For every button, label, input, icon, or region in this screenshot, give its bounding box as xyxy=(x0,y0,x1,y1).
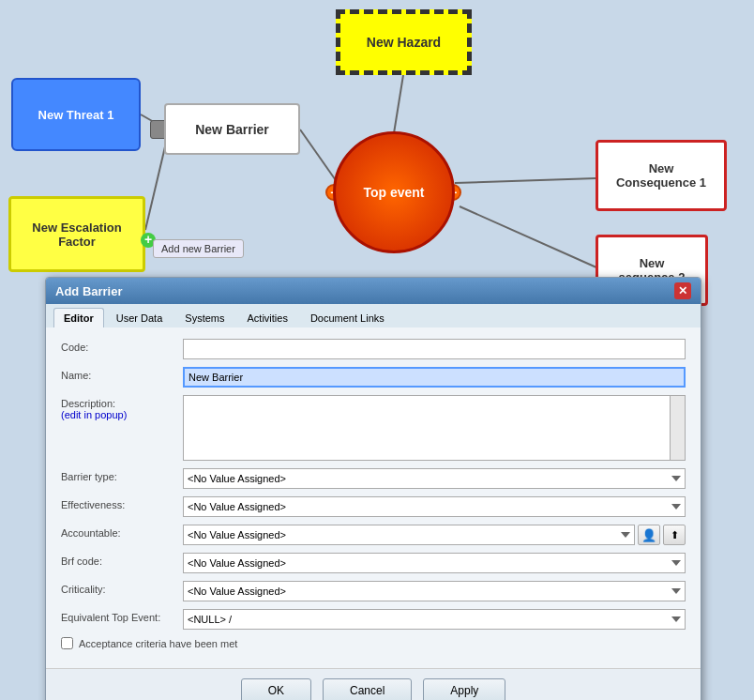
accountable-row: Accountable: <No Value Assigned> 👤 ⬆ xyxy=(61,525,686,545)
criticality-select[interactable]: <No Value Assigned> xyxy=(183,581,686,601)
equivalent-top-event-label: Equivalent Top Event: xyxy=(61,609,183,623)
dialog-titlebar: Add Barrier ✕ xyxy=(46,278,701,304)
accountable-up-icon[interactable]: ⬆ xyxy=(663,525,686,545)
criticality-label: Criticality: xyxy=(61,581,183,595)
brf-code-control: <No Value Assigned> xyxy=(183,553,686,573)
equivalent-top-event-control: <NULL> / xyxy=(183,609,686,630)
name-control xyxy=(183,367,686,388)
criticality-row: Criticality: <No Value Assigned> xyxy=(61,581,686,601)
acceptance-checkbox[interactable] xyxy=(61,637,73,649)
description-label: Description: xyxy=(61,395,183,409)
threat-node[interactable]: New Threat 1 xyxy=(11,78,141,151)
description-textarea[interactable] xyxy=(184,396,670,460)
editor-tab-content: Code: Name: Description: (edit in popup) xyxy=(46,327,701,668)
equivalent-top-event-select[interactable]: <NULL> / xyxy=(183,609,686,630)
equivalent-top-event-row: Equivalent Top Event: <NULL> / xyxy=(61,609,686,630)
apply-button[interactable]: Apply xyxy=(423,678,505,700)
barrier-node[interactable]: New Barrier xyxy=(164,103,300,155)
ok-button[interactable]: OK xyxy=(241,678,311,700)
escalation-node[interactable]: New Escalation Factor xyxy=(8,196,145,272)
code-label: Code: xyxy=(61,339,183,353)
escalation-label: New Escalation Factor xyxy=(32,221,121,249)
description-scrollbar[interactable] xyxy=(670,396,685,460)
effectiveness-row: Effectiveness: <No Value Assigned> xyxy=(61,496,686,517)
criticality-control: <No Value Assigned> xyxy=(183,581,686,601)
barrier-type-control: <No Value Assigned> xyxy=(183,468,686,489)
barrier-type-label: Barrier type: xyxy=(61,468,183,482)
tab-document-links[interactable]: Document Links xyxy=(300,308,395,327)
name-label: Name: xyxy=(61,367,183,381)
cancel-button[interactable]: Cancel xyxy=(323,678,412,700)
tab-editor[interactable]: Editor xyxy=(53,308,104,327)
accountable-select[interactable]: <No Value Assigned> xyxy=(183,525,635,545)
acceptance-row: Acceptance criteria have been met xyxy=(61,637,686,649)
threat-label: New Threat 1 xyxy=(38,108,114,122)
brf-code-select[interactable]: <No Value Assigned> xyxy=(183,553,686,573)
brf-code-label: Brf code: xyxy=(61,553,183,567)
effectiveness-select[interactable]: <No Value Assigned> xyxy=(183,496,686,517)
consequence1-node[interactable]: New Consequence 1 xyxy=(596,140,727,211)
dialog-tabs: Editor User Data Systems Activities Docu… xyxy=(46,304,701,327)
svg-line-3 xyxy=(455,178,596,183)
edit-popup-link[interactable]: (edit in popup) xyxy=(61,409,183,420)
effectiveness-label: Effectiveness: xyxy=(61,496,183,510)
accountable-label: Accountable: xyxy=(61,525,183,539)
barrier-type-row: Barrier type: <No Value Assigned> xyxy=(61,468,686,489)
code-row: Code: xyxy=(61,339,686,359)
code-control xyxy=(183,339,686,359)
top-event-node[interactable]: Top event xyxy=(333,131,455,253)
diagram-area: New Threat 1 New Escalation Factor New B… xyxy=(0,0,754,291)
brf-code-row: Brf code: <No Value Assigned> xyxy=(61,553,686,573)
svg-line-5 xyxy=(394,75,403,133)
hazard-node[interactable]: New Hazard xyxy=(336,9,472,75)
acceptance-label: Acceptance criteria have been met xyxy=(79,638,237,649)
name-row: Name: xyxy=(61,367,686,388)
accountable-person-icon[interactable]: 👤 xyxy=(638,525,660,545)
tab-systems[interactable]: Systems xyxy=(174,308,234,327)
dialog-title: Add Barrier xyxy=(55,284,123,298)
description-row: Description: (edit in popup) xyxy=(61,395,686,461)
barrier-label: New Barrier xyxy=(195,122,269,137)
description-control xyxy=(183,395,686,461)
svg-line-4 xyxy=(460,206,596,267)
svg-line-2 xyxy=(300,129,338,183)
accountable-control: <No Value Assigned> 👤 ⬆ xyxy=(183,525,686,545)
dialog-close-button[interactable]: ✕ xyxy=(674,282,691,299)
hazard-label: New Hazard xyxy=(367,35,441,50)
add-barrier-button[interactable]: Add new Barrier xyxy=(153,239,244,258)
name-input[interactable] xyxy=(183,367,686,388)
effectiveness-control: <No Value Assigned> xyxy=(183,496,686,517)
tab-activities[interactable]: Activities xyxy=(237,308,298,327)
tab-user-data[interactable]: User Data xyxy=(106,308,173,327)
barrier-type-select[interactable]: <No Value Assigned> xyxy=(183,468,686,489)
add-barrier-dialog: Add Barrier ✕ Editor User Data Systems A… xyxy=(45,277,701,700)
dialog-footer: OK Cancel Apply xyxy=(46,668,701,700)
consequence1-label: New Consequence 1 xyxy=(616,161,706,190)
top-event-label: Top event xyxy=(363,185,424,200)
code-input[interactable] xyxy=(183,339,686,359)
